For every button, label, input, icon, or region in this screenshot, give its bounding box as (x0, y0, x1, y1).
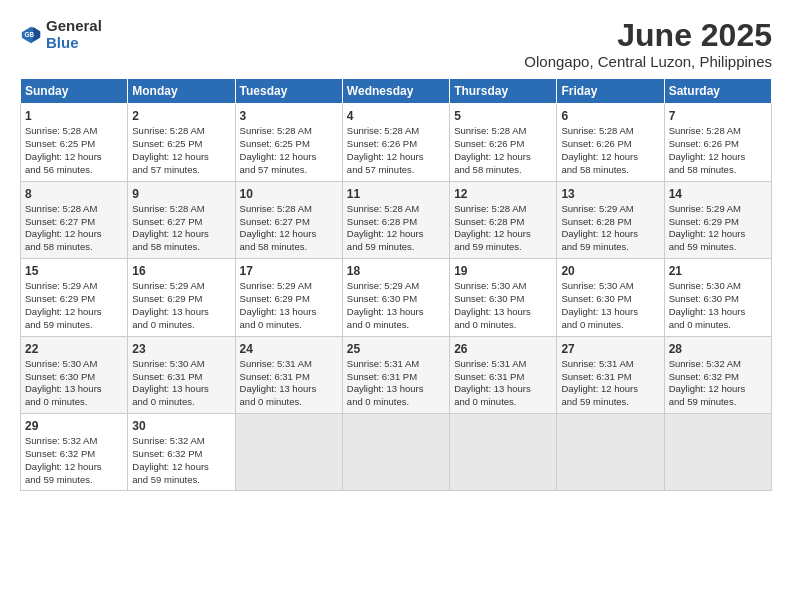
day-info-line: Daylight: 12 hours (669, 151, 767, 164)
day-info-line: and 57 minutes. (240, 164, 338, 177)
calendar-cell: 14Sunrise: 5:29 AMSunset: 6:29 PMDayligh… (664, 181, 771, 258)
calendar-cell (235, 413, 342, 490)
col-sunday: Sunday (21, 79, 128, 104)
day-info-line: and 59 minutes. (132, 474, 230, 487)
col-thursday: Thursday (450, 79, 557, 104)
day-info-line: Sunrise: 5:30 AM (132, 358, 230, 371)
day-info-line: and 58 minutes. (454, 164, 552, 177)
day-info-line: Sunset: 6:30 PM (347, 293, 445, 306)
day-info-line: Sunrise: 5:31 AM (454, 358, 552, 371)
calendar-week-3: 15Sunrise: 5:29 AMSunset: 6:29 PMDayligh… (21, 259, 772, 336)
day-number: 5 (454, 108, 552, 124)
day-info-line: and 0 minutes. (240, 396, 338, 409)
calendar-cell: 20Sunrise: 5:30 AMSunset: 6:30 PMDayligh… (557, 259, 664, 336)
day-number: 3 (240, 108, 338, 124)
day-info-line: Daylight: 12 hours (347, 228, 445, 241)
day-number: 27 (561, 341, 659, 357)
calendar-cell: 11Sunrise: 5:28 AMSunset: 6:28 PMDayligh… (342, 181, 449, 258)
day-number: 20 (561, 263, 659, 279)
calendar-week-2: 8Sunrise: 5:28 AMSunset: 6:27 PMDaylight… (21, 181, 772, 258)
calendar-cell: 15Sunrise: 5:29 AMSunset: 6:29 PMDayligh… (21, 259, 128, 336)
day-info-line: and 58 minutes. (132, 241, 230, 254)
day-info-line: and 0 minutes. (669, 319, 767, 332)
day-number: 24 (240, 341, 338, 357)
logo-icon: GB (20, 24, 42, 46)
calendar-cell: 21Sunrise: 5:30 AMSunset: 6:30 PMDayligh… (664, 259, 771, 336)
day-info-line: Sunrise: 5:32 AM (132, 435, 230, 448)
logo-blue: Blue (46, 35, 102, 52)
day-info-line: Sunrise: 5:29 AM (25, 280, 123, 293)
day-info-line: Sunrise: 5:28 AM (132, 125, 230, 138)
day-number: 19 (454, 263, 552, 279)
day-info-line: and 0 minutes. (347, 396, 445, 409)
day-info-line: Daylight: 12 hours (25, 228, 123, 241)
day-info-line: Daylight: 12 hours (25, 151, 123, 164)
calendar-cell: 30Sunrise: 5:32 AMSunset: 6:32 PMDayligh… (128, 413, 235, 490)
day-info-line: and 58 minutes. (561, 164, 659, 177)
calendar-title: June 2025 (524, 18, 772, 53)
day-info-line: Sunset: 6:26 PM (561, 138, 659, 151)
day-info-line: and 0 minutes. (240, 319, 338, 332)
day-number: 28 (669, 341, 767, 357)
day-info-line: Daylight: 13 hours (132, 383, 230, 396)
day-info-line: Sunset: 6:29 PM (669, 216, 767, 229)
day-info-line: Sunset: 6:28 PM (347, 216, 445, 229)
col-monday: Monday (128, 79, 235, 104)
day-number: 22 (25, 341, 123, 357)
calendar-cell: 6Sunrise: 5:28 AMSunset: 6:26 PMDaylight… (557, 104, 664, 181)
day-info-line: Daylight: 12 hours (454, 228, 552, 241)
day-info-line: Daylight: 13 hours (669, 306, 767, 319)
day-info-line: Sunrise: 5:29 AM (240, 280, 338, 293)
day-info-line: Sunset: 6:27 PM (132, 216, 230, 229)
day-number: 17 (240, 263, 338, 279)
day-number: 12 (454, 186, 552, 202)
day-number: 18 (347, 263, 445, 279)
day-info-line: and 0 minutes. (25, 396, 123, 409)
day-info-line: Sunrise: 5:31 AM (240, 358, 338, 371)
day-number: 14 (669, 186, 767, 202)
day-info-line: Sunset: 6:31 PM (561, 371, 659, 384)
calendar-cell: 17Sunrise: 5:29 AMSunset: 6:29 PMDayligh… (235, 259, 342, 336)
logo: GB General Blue (20, 18, 102, 51)
calendar-cell (450, 413, 557, 490)
day-info-line: Daylight: 12 hours (240, 228, 338, 241)
day-info-line: Sunset: 6:29 PM (132, 293, 230, 306)
day-info-line: Daylight: 12 hours (669, 383, 767, 396)
day-info-line: Daylight: 13 hours (561, 306, 659, 319)
calendar-cell (342, 413, 449, 490)
day-info-line: Daylight: 12 hours (132, 461, 230, 474)
col-tuesday: Tuesday (235, 79, 342, 104)
title-block: June 2025 Olongapo, Central Luzon, Phili… (524, 18, 772, 70)
day-info-line: Sunset: 6:26 PM (454, 138, 552, 151)
day-info-line: Daylight: 12 hours (240, 151, 338, 164)
day-info-line: Sunset: 6:26 PM (669, 138, 767, 151)
day-info-line: and 58 minutes. (25, 241, 123, 254)
day-info-line: Sunrise: 5:30 AM (669, 280, 767, 293)
day-info-line: and 0 minutes. (454, 319, 552, 332)
logo-text: General Blue (46, 18, 102, 51)
calendar-cell: 19Sunrise: 5:30 AMSunset: 6:30 PMDayligh… (450, 259, 557, 336)
day-info-line: and 57 minutes. (132, 164, 230, 177)
calendar-table: Sunday Monday Tuesday Wednesday Thursday… (20, 78, 772, 491)
day-info-line: Daylight: 12 hours (347, 151, 445, 164)
day-info-line: Sunrise: 5:28 AM (347, 125, 445, 138)
day-info-line: and 59 minutes. (561, 396, 659, 409)
day-number: 10 (240, 186, 338, 202)
day-number: 2 (132, 108, 230, 124)
day-info-line: Sunset: 6:28 PM (561, 216, 659, 229)
day-info-line: Daylight: 13 hours (347, 383, 445, 396)
day-info-line: Sunset: 6:27 PM (25, 216, 123, 229)
day-info-line: Sunrise: 5:29 AM (347, 280, 445, 293)
day-info-line: Sunset: 6:31 PM (240, 371, 338, 384)
day-number: 30 (132, 418, 230, 434)
calendar-cell: 2Sunrise: 5:28 AMSunset: 6:25 PMDaylight… (128, 104, 235, 181)
day-info-line: Sunrise: 5:28 AM (25, 125, 123, 138)
day-info-line: Sunset: 6:26 PM (347, 138, 445, 151)
day-info-line: Daylight: 13 hours (25, 383, 123, 396)
calendar-cell: 16Sunrise: 5:29 AMSunset: 6:29 PMDayligh… (128, 259, 235, 336)
day-info-line: and 59 minutes. (669, 241, 767, 254)
svg-text:GB: GB (25, 30, 35, 37)
day-info-line: Sunset: 6:30 PM (25, 371, 123, 384)
day-info-line: Sunset: 6:32 PM (25, 448, 123, 461)
calendar-week-1: 1Sunrise: 5:28 AMSunset: 6:25 PMDaylight… (21, 104, 772, 181)
